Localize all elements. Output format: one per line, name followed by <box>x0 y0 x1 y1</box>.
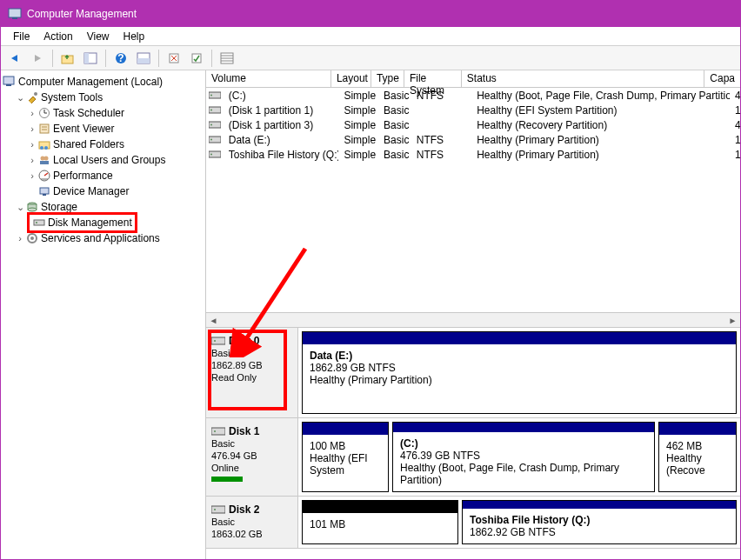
toolbar-separator <box>52 50 53 67</box>
partition-body: 101 MB <box>303 513 457 543</box>
list-view-icon[interactable] <box>217 49 237 68</box>
partition[interactable]: 100 MB Healthy (EFI System <box>302 422 389 492</box>
disk-status: Online <box>211 462 292 474</box>
partition[interactable]: Toshiba File History (Q:) 1862.92 GB NTF… <box>462 500 737 544</box>
tree-shared-folders[interactable]: › Shared Folders <box>3 137 204 152</box>
svg-rect-34 <box>34 220 44 225</box>
tree-local-users[interactable]: › Local Users and Groups <box>3 152 204 168</box>
expand-icon[interactable]: › <box>15 233 25 243</box>
col-capacity[interactable]: Capa <box>704 70 740 87</box>
svg-rect-4 <box>84 53 89 63</box>
svg-rect-8 <box>137 58 150 63</box>
tree-performance[interactable]: › Performance <box>3 168 204 183</box>
scroll-right-icon[interactable]: ► <box>725 313 740 328</box>
vol-status: Healthy (EFI System Partition) <box>471 104 730 117</box>
expand-icon[interactable]: › <box>27 170 37 181</box>
refresh-icon[interactable] <box>164 49 184 68</box>
tree-event-viewer[interactable]: › Event Viewer <box>3 121 204 137</box>
disk-row-0[interactable]: Disk 0 Basic 1862.89 GB Read Only Data (… <box>206 328 740 418</box>
vol-type: Basic <box>378 119 411 131</box>
partition[interactable]: Data (E:) 1862.89 GB NTFS Healthy (Prima… <box>302 331 737 414</box>
tree-label: System Tools <box>41 91 103 103</box>
disk-row-1[interactable]: Disk 1 Basic 476.94 GB Online 100 MB Hea… <box>206 418 740 497</box>
volume-row[interactable]: (Disk 1 partition 1)SimpleBasicHealthy (… <box>206 103 740 117</box>
disk-name-text: Disk 1 <box>229 425 259 437</box>
performance-icon <box>37 169 51 183</box>
drive-icon <box>206 121 224 129</box>
drive-icon <box>206 150 224 158</box>
disk-size: 1863.02 GB <box>211 528 292 540</box>
svg-rect-19 <box>40 124 49 133</box>
expand-icon[interactable]: › <box>27 123 37 134</box>
col-volume[interactable]: Volume <box>206 70 331 87</box>
volume-row[interactable]: (C:)SimpleBasicNTFSHealthy (Boot, Page F… <box>206 88 740 103</box>
scroll-track[interactable] <box>221 313 725 328</box>
tree-system-tools[interactable]: ⌄ System Tools <box>3 90 204 105</box>
col-filesystem[interactable]: File System <box>404 70 462 87</box>
drive-icon <box>206 136 224 143</box>
partition-body: 462 MB Healthy (Recove <box>659 435 736 491</box>
menu-view[interactable]: View <box>80 29 117 44</box>
partition[interactable]: 462 MB Healthy (Recove <box>658 422 737 492</box>
forward-button[interactable] <box>27 49 48 68</box>
volume-row[interactable]: Data (E:)SimpleBasicNTFSHealthy (Primary… <box>206 132 740 147</box>
vol-cap: 1862 <box>730 149 740 161</box>
expand-icon[interactable]: › <box>27 108 37 118</box>
app-icon <box>8 7 22 21</box>
vol-status: Healthy (Recovery Partition) <box>471 119 730 131</box>
up-folder-icon[interactable] <box>57 49 78 68</box>
show-hide-tree-icon[interactable] <box>80 49 101 68</box>
partition-size: 476.39 GB NTFS <box>400 450 647 462</box>
volume-row[interactable]: Toshiba File History (Q:)SimpleBasicNTFS… <box>206 147 740 162</box>
title-bar: Computer Management <box>1 1 740 27</box>
tree-device-manager[interactable]: Device Manager <box>3 183 204 199</box>
online-status-bar <box>211 477 243 482</box>
device-icon <box>37 184 51 198</box>
menu-help[interactable]: Help <box>117 29 152 44</box>
vol-layout: Simple <box>338 134 378 146</box>
tree-label: Shared Folders <box>53 138 124 150</box>
svg-point-41 <box>210 110 212 111</box>
menu-bar: File Action View Help <box>1 27 740 46</box>
col-type[interactable]: Type <box>371 70 404 87</box>
panel-icon[interactable] <box>133 49 154 68</box>
collapse-icon[interactable]: ⌄ <box>15 202 25 213</box>
menu-action[interactable]: Action <box>37 29 79 44</box>
col-layout[interactable]: Layout <box>331 70 371 87</box>
volume-list[interactable]: (C:)SimpleBasicNTFSHealthy (Boot, Page F… <box>206 88 740 312</box>
expand-icon[interactable]: › <box>27 155 37 165</box>
tree-label: Services and Applications <box>41 232 160 244</box>
partition[interactable]: (C:) 476.39 GB NTFS Healthy (Boot, Page … <box>392 422 655 492</box>
tree-root[interactable]: Computer Management (Local) <box>3 74 204 90</box>
drive-icon <box>211 337 225 345</box>
disk-info: Disk 1 Basic 476.94 GB Online <box>206 418 298 496</box>
horizontal-scrollbar[interactable]: ◄ ► <box>206 312 740 327</box>
partition[interactable]: 101 MB <box>302 500 458 544</box>
toolbar-separator <box>105 50 106 67</box>
disk-name: Disk 1 <box>211 425 292 437</box>
volume-row[interactable]: (Disk 1 partition 3)SimpleBasicHealthy (… <box>206 117 740 132</box>
partition-status: Healthy (Primary Partition) <box>310 374 729 386</box>
disk-info: Disk 0 Basic 1862.89 GB Read Only <box>206 328 298 417</box>
vol-name: (Disk 1 partition 3) <box>224 119 339 131</box>
drive-icon <box>211 505 225 514</box>
help-icon[interactable]: ? <box>110 49 131 68</box>
tree-disk-management[interactable]: Disk Management <box>3 215 204 230</box>
annotation-red-box: Disk Management <box>27 212 137 233</box>
tree-label: Computer Management (Local) <box>18 76 163 88</box>
disk-row-2[interactable]: Disk 2 Basic 1863.02 GB 101 MB <box>206 497 740 549</box>
vol-name: Toshiba File History (Q:) <box>224 149 339 161</box>
back-button[interactable] <box>4 49 25 68</box>
tree-label: Device Manager <box>53 185 129 197</box>
console-tree[interactable]: Computer Management (Local) ⌄ System Too… <box>1 70 206 559</box>
col-status[interactable]: Status <box>462 70 704 87</box>
scroll-left-icon[interactable]: ◄ <box>206 313 221 328</box>
collapse-icon[interactable]: ⌄ <box>15 92 25 103</box>
expand-icon[interactable]: › <box>27 139 37 150</box>
svg-rect-52 <box>211 506 225 513</box>
menu-file[interactable]: File <box>6 29 37 44</box>
tree-task-scheduler[interactable]: › Task Scheduler <box>3 105 204 121</box>
properties-icon[interactable] <box>186 49 207 68</box>
disk-graphic-panel: Disk 0 Basic 1862.89 GB Read Only Data (… <box>206 327 740 549</box>
disk-name: Disk 2 <box>211 503 292 516</box>
